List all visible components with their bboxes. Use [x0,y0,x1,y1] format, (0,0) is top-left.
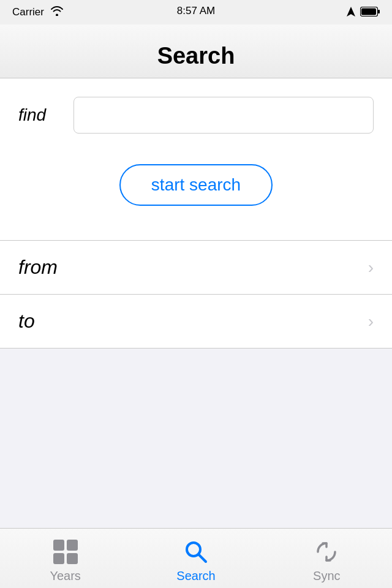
to-label: to [18,310,35,333]
svg-line-5 [198,554,206,562]
tab-years[interactable]: Years [29,537,102,583]
sync-tab-label: Sync [313,569,340,583]
carrier-label: Carrier [12,6,44,18]
from-label: from [18,256,58,279]
years-icon [51,537,80,567]
status-bar: Carrier 8:57 AM [0,0,392,24]
find-section: find [0,78,392,152]
button-row: start search [0,152,392,230]
find-input[interactable] [74,97,374,134]
to-row[interactable]: to › [0,295,392,349]
tab-sync[interactable]: Sync [290,537,363,583]
tab-bar: Years Search Sync [0,528,392,588]
page-title: Search [157,43,235,69]
status-time: 8:57 AM [177,5,215,17]
start-search-button[interactable]: start search [119,164,273,206]
svg-rect-2 [378,10,380,13]
battery-icon [360,7,380,18]
svg-marker-0 [347,7,355,17]
tab-search[interactable]: Search [159,537,233,583]
wifi-icon [50,6,64,19]
svg-rect-3 [361,8,376,15]
from-row[interactable]: from › [0,241,392,295]
main-content: find start search from › to › [0,78,392,349]
find-label: find [18,105,55,125]
navigation-bar: Search [0,24,392,78]
search-icon [181,537,211,567]
sync-icon [312,537,341,567]
years-tab-label: Years [50,569,80,583]
list-section: from › to › [0,240,392,349]
from-chevron-icon: › [368,258,374,277]
to-chevron-icon: › [368,312,374,331]
search-tab-label: Search [176,569,215,583]
location-icon [347,7,355,18]
